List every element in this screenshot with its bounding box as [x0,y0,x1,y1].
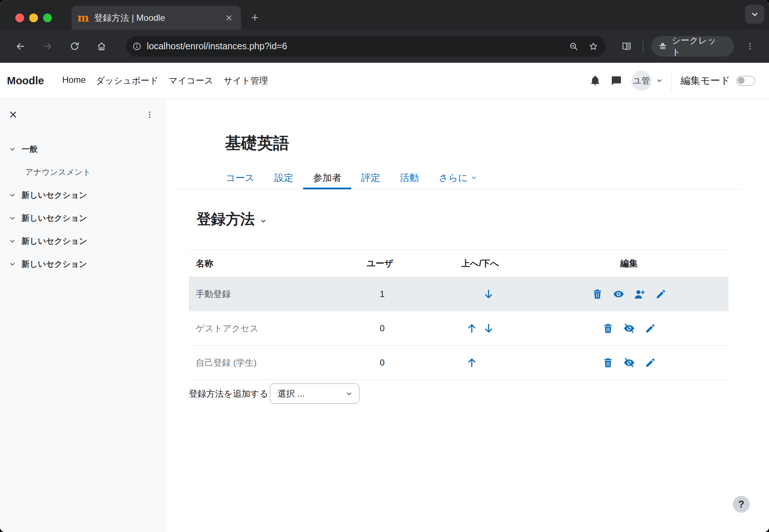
nav-item-home[interactable]: Home [62,75,86,86]
row-action-eye-slash[interactable] [624,323,635,334]
enrol-method-name: 手動登録 [189,288,367,300]
chevron-down-icon[interactable] [9,192,16,198]
enrol-user-count[interactable]: 1 [367,289,431,299]
messages-icon[interactable] [611,75,622,86]
enrol-user-count[interactable]: 0 [367,358,431,368]
reading-list-icon[interactable] [619,38,635,54]
tab-activities[interactable]: 活動 [390,166,429,189]
course-index-item-new-section-2[interactable]: 新しいセクション [0,207,167,230]
course-index-item-new-section-4[interactable]: 新しいセクション [0,252,167,275]
move-cell [431,288,529,300]
back-icon[interactable] [12,38,28,54]
row-action-pencil[interactable] [655,289,666,300]
tab-title: 登録方法 | Moodle [94,12,224,24]
select-value: 選択 ... [278,388,305,400]
row-action-trash[interactable] [592,289,603,300]
add-method-select[interactable]: 選択 ... [270,383,359,404]
chevron-down-icon[interactable] [9,215,16,221]
col-header-users: ユーザ [367,258,431,269]
course-index-item-general[interactable]: 一般 [0,138,167,161]
enrol-user-count[interactable]: 0 [367,323,431,334]
chevron-down-icon[interactable] [9,261,16,267]
course-index-label: 一般 [22,144,38,155]
page-heading: 登録方法 [196,209,255,229]
pencil-icon [645,323,656,334]
user-avatar[interactable]: ユ管 [631,70,652,91]
user-menu-chevron-icon[interactable] [656,77,663,84]
move-up-button[interactable] [466,357,478,369]
edit-actions-cell [529,289,728,300]
browser-tab[interactable]: m 登録方法 | Moodle [72,6,241,30]
moodle-favicon-icon: m [77,12,89,23]
url-text[interactable]: localhost/enrol/instances.php?id=6 [147,41,569,51]
site-info-icon[interactable] [132,42,142,51]
tab-grades[interactable]: 評定 [351,166,390,189]
drawer-menu-icon[interactable] [146,111,154,119]
course-index-label: アナウンスメント [25,167,91,178]
notifications-bell-icon[interactable] [590,75,601,86]
forward-icon[interactable] [39,38,56,54]
row-action-eye-slash[interactable] [624,357,635,368]
main-region: 基礎英語 コース設定参加者評定活動さらに 登録方法 名称 ユーザ 上へ/下へ 編… [167,99,769,532]
chevron-down-icon[interactable] [9,238,16,244]
pencil-icon [655,289,666,300]
close-drawer-icon[interactable] [9,111,17,119]
col-header-edit: 編集 [529,258,728,269]
course-index-item-announcements[interactable]: アナウンスメント [0,161,167,184]
window-maximize-button[interactable] [43,14,52,22]
avatar-initials: ユ管 [633,75,650,86]
tab-course[interactable]: コース [216,166,264,189]
tab-settings[interactable]: 設定 [264,166,303,189]
course-index-label: 新しいセクション [22,259,87,270]
zoom-out-icon[interactable] [569,42,578,51]
bookmark-star-icon[interactable] [589,42,598,51]
select-chevron-icon [346,390,352,397]
moodle-brand[interactable]: Moodle [7,75,44,87]
row-action-pencil[interactable] [645,357,656,368]
chevron-down-icon[interactable] [9,146,16,153]
help-button[interactable]: ? [733,496,750,513]
row-action-pencil[interactable] [645,323,656,334]
address-bar[interactable]: localhost/enrol/instances.php?id=6 [126,36,605,57]
course-index-item-new-section-3[interactable]: 新しいセクション [0,230,167,252]
course-index-list: 一般アナウンスメント新しいセクション新しいセクション新しいセクション新しいセクシ… [0,138,167,275]
edit-mode-toggle[interactable] [736,76,755,86]
course-index-item-new-section-1[interactable]: 新しいセクション [0,184,167,207]
nav-item-dashboard[interactable]: ダッシュボード [96,75,158,86]
heading-chevron-icon[interactable] [260,218,267,224]
incognito-badge: シークレット [651,36,734,57]
row-action-eye[interactable] [613,289,624,300]
move-up-button[interactable] [466,323,478,334]
home-icon[interactable] [93,38,110,54]
tab-label: さらに [439,171,468,184]
browser-window: m 登録方法 | Moodle loca [0,0,769,532]
tab-more[interactable]: さらに [429,166,487,189]
new-tab-button[interactable] [247,9,263,26]
arrow-up-icon [466,357,478,369]
window-minimize-button[interactable] [29,14,38,22]
nav-item-my-courses[interactable]: マイコース [169,75,213,86]
tab-search-button[interactable] [745,5,764,24]
tab-label: 活動 [400,171,419,184]
browser-menu-icon[interactable] [742,38,758,54]
tab-label: 参加者 [313,171,341,184]
edit-actions-cell [529,323,728,334]
enrol-method-row: 手動登録1 [189,277,728,311]
row-action-user-plus[interactable] [634,289,645,300]
move-down-button[interactable] [483,323,494,334]
chevron-down-icon [471,175,477,181]
move-cell [431,323,529,334]
row-action-trash[interactable] [602,357,613,368]
enrol-method-name: ゲストアクセス [189,323,367,334]
edit-actions-cell [529,357,728,368]
window-close-button[interactable] [15,14,24,22]
primary-nav: Homeダッシュボードマイコースサイト管理 [62,75,268,86]
reload-icon[interactable] [66,38,83,54]
nav-item-site-admin[interactable]: サイト管理 [223,75,268,86]
eye-slash-icon [624,357,635,368]
course-secondary-nav: コース設定参加者評定活動さらに [177,166,741,189]
move-down-button[interactable] [483,288,494,300]
close-tab-icon[interactable] [224,13,234,23]
tab-participants[interactable]: 参加者 [303,166,351,189]
row-action-trash[interactable] [602,323,613,334]
